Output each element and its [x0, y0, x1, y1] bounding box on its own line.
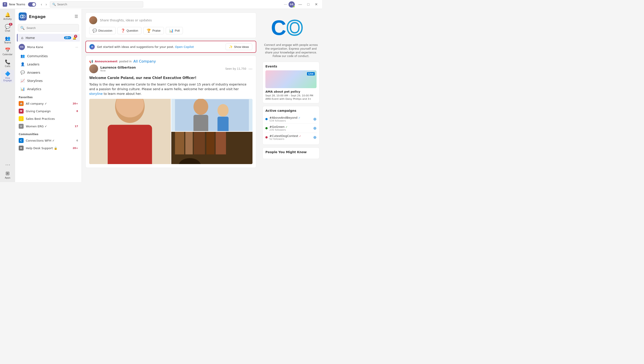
storylines-icon: 📈	[20, 79, 25, 83]
campaign-item-above-beyond: #AboveAndBeyond ✓ 534 followers ⊕	[266, 115, 316, 124]
bell-badge: 3	[74, 35, 77, 38]
post-image-bookshelf	[171, 132, 253, 164]
fav-item-helpdesk[interactable]: H Help Desk Support 🔒 20+	[15, 144, 82, 152]
community-link[interactable]: All Company	[134, 59, 156, 64]
apps-label: Apps	[5, 177, 10, 179]
post-more-button[interactable]: ⋯	[248, 66, 252, 71]
sidebar-item-activity[interactable]: 🔔 Activity	[1, 11, 14, 22]
communities-section-label: Communities	[15, 130, 82, 137]
user-avatar[interactable]: LG	[288, 1, 295, 8]
sidebar-item-more[interactable]: ···	[1, 161, 14, 168]
nav-item-answers[interactable]: 💬 Answers	[17, 69, 80, 76]
nav-item-leaders[interactable]: 👤 Leaders	[17, 60, 80, 68]
fav-item-sales[interactable]: ⭐ Sales Best Practices	[15, 115, 82, 122]
above-beyond-followers: 534 followers	[270, 119, 312, 122]
sidebar-menu-button[interactable]: ☰	[74, 14, 78, 19]
composer-actions: 💬 Discussion ❓ Question 🏆 Praise 📊 Poll	[89, 27, 252, 34]
sidebar-item-apps[interactable]: ⊞ Apps	[1, 169, 14, 180]
nav-item-home[interactable]: ⌂ Home 20+ 🔔 3	[17, 34, 80, 42]
activity-icon: 🔔	[5, 12, 10, 17]
above-beyond-name: #AboveAndBeyond ✓	[270, 116, 312, 119]
co-logo-svg: C O	[269, 12, 313, 41]
app-logo: T	[3, 2, 7, 7]
fav-item-connections[interactable]: C Connections WFH ✓ 6	[15, 137, 82, 144]
more-options-button[interactable]: ···	[284, 3, 287, 7]
sidebar-item-calendar[interactable]: 📅 Calendar	[1, 46, 14, 57]
analytics-label: Analytics	[27, 87, 42, 91]
question-button[interactable]: ❓ Question	[118, 27, 142, 34]
mona-name: Mona Kane	[27, 46, 43, 49]
svg-point-10	[217, 104, 228, 116]
svg-point-8	[193, 99, 208, 115]
teams-label: Teams	[4, 42, 11, 44]
engage-logo-icon	[20, 14, 25, 19]
notification-bell[interactable]: 🔔 3	[72, 36, 76, 40]
calls-label: Calls	[5, 65, 10, 68]
minimize-button[interactable]: —	[296, 0, 304, 9]
poll-label: Poll	[175, 29, 180, 32]
teams-icon: 👥	[5, 36, 10, 41]
post-author-avatar	[89, 64, 98, 73]
sidebar-item-teams[interactable]: 👥 Teams	[1, 34, 14, 45]
go-green-dot	[266, 127, 268, 129]
sidebar-title: Engage	[29, 14, 46, 19]
communities-nav-label: Communities	[27, 54, 48, 58]
sidebar-search-icon: 🔍	[20, 26, 25, 30]
event-image: Live	[266, 70, 316, 88]
event-title: AMA about pet policy	[266, 90, 316, 93]
above-beyond-add-button[interactable]: ⊕	[313, 117, 316, 122]
cutest-dog-add-button[interactable]: ⊕	[313, 135, 316, 140]
praise-button[interactable]: 🏆 Praise	[143, 27, 164, 34]
fav-item-all-company[interactable]: 🏠 All company ✓ 20+	[15, 100, 82, 107]
people-section: People You Might Know	[262, 147, 320, 159]
fav-item-women-erg[interactable]: W Women ERG ✓ 17	[15, 122, 82, 130]
composer-placeholder[interactable]: Share thoughts, ideas or updates	[100, 19, 252, 22]
copilot-icon	[90, 44, 95, 50]
post-image-2	[171, 99, 253, 131]
sidebar-search-input[interactable]	[26, 26, 76, 30]
post-body: Today is the day we welcome Carole to th…	[89, 82, 252, 96]
global-search[interactable]: 🔍 Search	[50, 1, 143, 8]
search-icon: 🔍	[52, 3, 56, 6]
event-desc: AMA Event with Daisy Phillips and 3+	[266, 98, 316, 100]
new-teams-toggle[interactable]	[28, 2, 36, 7]
poll-button[interactable]: 📊 Poll	[166, 27, 183, 34]
forward-button[interactable]: ›	[44, 2, 48, 7]
live-badge: Live	[307, 72, 315, 76]
storyline-link[interactable]: storyline	[89, 92, 103, 96]
composer-input-row[interactable]: Share thoughts, ideas or updates	[89, 16, 252, 24]
mona-more-button[interactable]: ···	[76, 45, 78, 49]
campaign-item-go-green: #GoGreen ✓ 235 followers ⊕	[266, 124, 316, 133]
composer-avatar	[89, 16, 97, 24]
go-green-add-button[interactable]: ⊕	[313, 126, 316, 131]
close-button[interactable]: ✕	[313, 0, 320, 9]
person-svg	[89, 99, 170, 164]
title-bar: T New Teams ‹ › 🔍 Search ··· LG — □ ✕	[0, 0, 322, 9]
sidebar-item-viva-engage[interactable]: 🔷 Viva Engage	[1, 70, 14, 83]
sales-name: Sales Best Practices	[26, 117, 78, 120]
discussion-button[interactable]: 💬 Discussion	[89, 27, 116, 34]
show-ideas-button[interactable]: ✨ Show ideas	[226, 44, 252, 50]
toggle-container[interactable]	[28, 2, 36, 7]
left-rail: 🔔 Activity 1 💬 Chat 👥 Teams 📅 Calendar 📞…	[0, 9, 15, 182]
sidebar-search[interactable]: 🔍	[18, 24, 79, 32]
leaders-icon: 👤	[20, 62, 25, 66]
mona-avatar: MK	[19, 44, 25, 50]
cutest-dog-info: #CutestDogContest ✓ 52 followers	[270, 134, 312, 141]
user-item-mona[interactable]: MK Mona Kane ···	[15, 42, 82, 52]
svg-rect-16	[194, 132, 205, 155]
nav-item-storylines[interactable]: 📈 Storylines	[17, 77, 80, 85]
post-image-1	[89, 99, 170, 164]
giving-icon: ❤	[19, 109, 24, 114]
back-button[interactable]: ‹	[40, 2, 44, 7]
nav-item-analytics[interactable]: 📊 Analytics	[17, 85, 80, 93]
maximize-button[interactable]: □	[306, 0, 311, 9]
sparkle-icon: ✨	[229, 45, 233, 49]
open-copilot-link[interactable]: Open Copilot	[175, 45, 194, 49]
women-erg-name: Women ERG ✓	[26, 125, 72, 128]
sidebar-item-calls[interactable]: 📞 Calls	[1, 58, 14, 69]
fav-item-giving[interactable]: ❤ Giving Campaign 8	[15, 107, 82, 115]
sidebar-item-chat[interactable]: 1 💬 Chat	[1, 23, 14, 33]
user-status-indicator	[293, 6, 295, 8]
nav-item-communities[interactable]: 👥 Communities	[17, 52, 80, 60]
